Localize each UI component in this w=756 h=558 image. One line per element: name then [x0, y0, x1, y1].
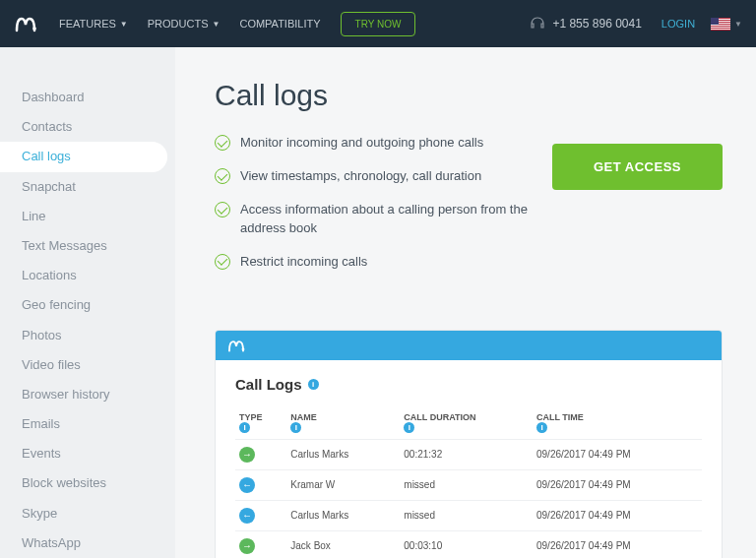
chevron-down-icon: ▼	[734, 20, 742, 29]
col-type[interactable]: TYPE i	[235, 406, 286, 440]
arrow-right-icon: →	[239, 447, 255, 463]
feature-item: Access information about a calling perso…	[215, 201, 529, 236]
headset-icon	[529, 15, 546, 32]
sidebar-item-text-messages[interactable]: Text Messages	[0, 231, 175, 261]
demo-panel: Call Logsi TYPE i NAME i CALL DURATION i…	[215, 330, 723, 558]
info-icon[interactable]: i	[404, 422, 414, 433]
sidebar-item-skype[interactable]: Skype	[0, 499, 175, 528]
arrow-right-icon: →	[239, 538, 255, 554]
sidebar-item-snapchat[interactable]: Snapchat	[0, 172, 175, 202]
us-flag-icon	[711, 18, 730, 31]
table-row[interactable]: →Carlus Marks00:21:3209/26/2017 04:49 PM	[235, 439, 702, 469]
get-access-button[interactable]: GET ACCESS	[552, 144, 723, 190]
demo-title: Call Logsi	[235, 376, 702, 393]
feature-item: View timestamps, chronology, call durati…	[215, 167, 529, 185]
info-icon[interactable]: i	[290, 422, 301, 433]
try-now-button[interactable]: TRY NOW	[341, 12, 416, 36]
feature-item: Monitor incoming and outgoing phone call…	[215, 134, 529, 152]
chevron-down-icon: ▼	[213, 20, 220, 29]
sidebar-item-block-websites[interactable]: Block websites	[0, 468, 175, 498]
nav-products[interactable]: PRODUCTS▼	[148, 18, 220, 30]
nav-features[interactable]: FEATURES▼	[59, 18, 128, 30]
svg-point-1	[242, 347, 245, 350]
feature-item: Restrict incoming calls	[215, 253, 529, 271]
sidebar-item-locations[interactable]: Locations	[0, 261, 175, 290]
info-icon[interactable]: i	[239, 422, 250, 433]
table-row[interactable]: →Jack Box00:03:1009/26/2017 04:49 PM	[235, 530, 702, 558]
logo-icon	[227, 339, 245, 352]
check-icon	[215, 254, 230, 270]
table-row[interactable]: ←Carlus Marksmissed09/26/2017 04:49 PM	[235, 500, 702, 530]
sidebar-item-dashboard[interactable]: Dashboard	[0, 83, 175, 112]
col-name[interactable]: NAME i	[286, 406, 400, 440]
svg-point-0	[32, 27, 36, 31]
sidebar-item-geo-fencing[interactable]: Geo fencing	[0, 290, 175, 320]
page-title: Call logs	[215, 79, 723, 112]
check-icon	[215, 202, 230, 217]
sidebar-item-call-logs[interactable]: Call logs	[0, 142, 167, 171]
sidebar-item-photos[interactable]: Photos	[0, 321, 175, 350]
topbar: FEATURES▼ PRODUCTS▼ COMPATIBILITY TRY NO…	[0, 0, 756, 47]
col-duration[interactable]: CALL DURATION i	[400, 406, 533, 440]
table-row[interactable]: ←Kramar Wmissed09/26/2017 04:49 PM	[235, 469, 702, 500]
check-icon	[215, 135, 230, 151]
sidebar-item-emails[interactable]: Emails	[0, 409, 175, 439]
phone-number[interactable]: +1 855 896 0041	[529, 15, 641, 32]
call-logs-table: TYPE i NAME i CALL DURATION i CALL TIME …	[235, 406, 702, 558]
sidebar-item-video-files[interactable]: Video files	[0, 350, 175, 380]
sidebar-item-contacts[interactable]: Contacts	[0, 112, 175, 142]
demo-header	[216, 331, 722, 360]
sidebar-item-whatsapp[interactable]: WhatsApp	[0, 528, 175, 558]
login-link[interactable]: LOGIN	[662, 18, 695, 30]
nav-compatibility[interactable]: COMPATIBILITY	[239, 18, 320, 30]
logo[interactable]	[14, 12, 37, 35]
sidebar-item-events[interactable]: Events	[0, 439, 175, 468]
language-selector[interactable]: ▼	[711, 18, 742, 31]
check-icon	[215, 168, 230, 184]
sidebar: DashboardContactsCall logsSnapchatLineTe…	[0, 47, 175, 558]
sidebar-item-line[interactable]: Line	[0, 202, 175, 231]
chevron-down-icon: ▼	[120, 20, 128, 29]
arrow-left-icon: ←	[239, 508, 255, 524]
col-time[interactable]: CALL TIME i	[533, 406, 702, 440]
info-icon[interactable]: i	[308, 379, 319, 390]
arrow-left-icon: ←	[239, 477, 255, 493]
sidebar-item-browser-history[interactable]: Browser history	[0, 380, 175, 409]
info-icon[interactable]: i	[536, 422, 547, 433]
